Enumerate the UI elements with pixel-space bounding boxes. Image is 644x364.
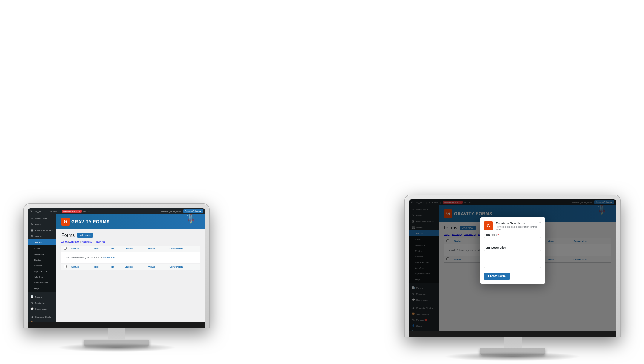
left-gf-icon: G xyxy=(64,219,67,224)
left-tf-entries: Entries xyxy=(122,264,146,270)
posts-icon: ✎ xyxy=(30,223,33,226)
left-sidebar-item-addons[interactable]: Add-Ons xyxy=(28,274,56,280)
left-tf-views: Views xyxy=(146,264,167,270)
left-site-name[interactable]: GM_PLY xyxy=(34,210,43,213)
left-sidebar-item-reusable[interactable]: ▣ Reusable Blocks xyxy=(28,227,56,233)
create-form-button[interactable]: Create Form xyxy=(484,273,510,280)
left-sidebar-item-forms[interactable]: ☰ Forms xyxy=(28,239,56,245)
left-monitor-neck xyxy=(108,328,125,340)
left-sidebar-item-posts[interactable]: ✎ Posts xyxy=(28,221,56,227)
left-sidebar-item-appearance[interactable]: 🎨 Appearance xyxy=(28,320,56,322)
left-sidebar-item-systemstatus[interactable]: System Status xyxy=(28,280,56,286)
left-sidebar-divider1 xyxy=(28,293,56,293)
create-form-modal: G Create a New Form Provide a title and … xyxy=(480,217,545,284)
right-wp-main: G GRAVITY FORMS 🚀 Forms xyxy=(439,205,616,331)
left-gf-logo-icon: G xyxy=(61,218,70,226)
left-sidebar-label-genesis: Genesis Blocks xyxy=(35,316,51,318)
modal-header: G Create a New Form Provide a title and … xyxy=(480,217,545,233)
left-monitor: ⚙ GM_PLY | 7 + New | Maintenance is Off … xyxy=(18,204,215,346)
left-howdy: Howdy, gmply_admin xyxy=(161,210,182,213)
right-shadow xyxy=(444,352,581,361)
left-sidebar-label-pages: Pages xyxy=(35,296,42,298)
left-updates[interactable]: 7 xyxy=(47,210,49,213)
left-sidebar-item-new-form[interactable]: New Form xyxy=(28,252,56,257)
appearance-icon: 🎨 xyxy=(30,321,33,322)
right-monitor-screen: ⚙ GM_PLY | 7 + New | Maintenance is Off … xyxy=(409,199,616,331)
left-filter-active[interactable]: Active (0) xyxy=(69,240,79,243)
right-monitor: ⚙ GM_PLY | 7 + New | Maintenance is Off … xyxy=(399,195,626,355)
modal-body: Form Title * Form Description xyxy=(480,233,545,284)
form-title-input[interactable] xyxy=(484,237,541,243)
left-monitor-bezel: ⚙ GM_PLY | 7 + New | Maintenance is Off … xyxy=(28,208,205,328)
left-monitor-screen: ⚙ GM_PLY | 7 + New | Maintenance is Off … xyxy=(28,208,205,322)
left-filter-trash[interactable]: Trash (0) xyxy=(95,240,105,243)
left-sidebar-item-media[interactable]: 🖼 Media xyxy=(28,233,56,239)
wp-logo[interactable]: ⚙ xyxy=(30,210,32,213)
right-wp-admin: ⚙ GM_PLY | 7 + New | Maintenance is Off … xyxy=(409,199,616,331)
left-sidebar-label-comments: Comments xyxy=(35,308,47,310)
left-th-entries: Entries xyxy=(122,246,146,252)
left-maintenance[interactable]: Maintenance is Off xyxy=(62,210,82,213)
left-sub-help: Help xyxy=(34,287,39,290)
left-content-title-row: Forms Add New xyxy=(61,233,200,238)
dashboard-icon: ⌂ xyxy=(30,217,33,220)
left-screen-options[interactable]: Screen Options ▾ xyxy=(183,209,203,213)
left-forms-table: Status Title ID Entries Views Conversion xyxy=(61,246,200,270)
left-gf-header: G GRAVITY FORMS 🚀 xyxy=(56,214,205,229)
left-add-new-button[interactable]: Add New xyxy=(77,233,93,238)
left-th-status: Status xyxy=(69,246,91,252)
left-sidebar-item-products[interactable]: 🛍 Products xyxy=(28,300,56,306)
media-icon: 🖼 xyxy=(30,235,33,238)
left-sidebar-item-entries[interactable]: Entries xyxy=(28,257,56,263)
left-sidebar-item-help[interactable]: Help xyxy=(28,286,56,291)
left-monitor-shell: ⚙ GM_PLY | 7 + New | Maintenance is Off … xyxy=(24,204,209,328)
modal-close-button[interactable]: × xyxy=(538,220,542,225)
left-select-all-bottom[interactable] xyxy=(64,265,67,268)
form-description-textarea[interactable] xyxy=(484,250,541,268)
left-sub-importexport: Import/Export xyxy=(34,270,47,273)
left-sidebar-label-dashboard: Dashboard xyxy=(35,217,47,220)
left-sidebar: ⌂ Dashboard ✎ Posts ▣ Reusable Blocks xyxy=(28,214,56,322)
left-sidebar-item-pages[interactable]: 📄 Pages xyxy=(28,294,56,300)
left-sub-systemstatus: System Status xyxy=(34,281,48,284)
left-th-id: ID xyxy=(109,246,122,252)
left-gf-logo-text: GRAVITY FORMS xyxy=(71,219,110,224)
right-monitor-bezel: ⚙ GM_PLY | 7 + New | Maintenance is Off … xyxy=(409,199,616,337)
left-th-views: Views xyxy=(146,246,167,252)
left-sidebar-item-genesis[interactable]: ◆ Genesis Blocks xyxy=(28,314,56,320)
left-filter-all[interactable]: All (0) xyxy=(61,240,68,243)
modal-title-area: Create a New Form Provide a title and a … xyxy=(496,221,541,231)
left-forms-link[interactable]: Forms xyxy=(83,210,90,213)
left-select-all[interactable] xyxy=(64,247,67,250)
required-star: * xyxy=(498,233,499,236)
modal-overlay: G Create a New Form Provide a title and … xyxy=(439,205,616,331)
left-new-btn[interactable]: + New xyxy=(50,210,57,213)
left-sidebar-item-dashboard[interactable]: ⌂ Dashboard xyxy=(28,215,56,221)
reusable-icon: ▣ xyxy=(30,229,33,232)
left-gf-logo: G GRAVITY FORMS xyxy=(61,218,110,226)
left-topbar: ⚙ GM_PLY | 7 + New | Maintenance is Off … xyxy=(28,208,205,214)
left-sidebar-item-forms-label[interactable]: Forms xyxy=(28,246,56,252)
right-monitor-neck xyxy=(504,337,522,348)
left-create-link[interactable]: create one! xyxy=(103,256,115,259)
left-sidebar-item-settings[interactable]: Settings xyxy=(28,263,56,269)
left-sidebar-label-products: Products xyxy=(35,302,45,304)
left-sidebar-label-reusable: Reusable Blocks xyxy=(35,229,53,232)
left-sidebar-item-importexport[interactable]: Import/Export xyxy=(28,269,56,274)
left-th-conversion: Conversion xyxy=(167,246,200,252)
right-monitor-shell: ⚙ GM_PLY | 7 + New | Maintenance is Off … xyxy=(405,195,620,337)
left-content-title: Forms xyxy=(61,233,75,238)
modal-title: Create a New Form xyxy=(496,221,541,225)
left-shadow xyxy=(57,343,176,352)
comments-icon: 💬 xyxy=(30,307,33,310)
genesis-icon: ◆ xyxy=(30,315,33,318)
left-wp-main: G GRAVITY FORMS 🚀 Forms xyxy=(56,214,205,322)
left-content-area: Forms Add New All (0) | Active (0) | I xyxy=(56,229,205,274)
left-filter-inactive[interactable]: Inactive (0) xyxy=(81,240,93,243)
left-topbar-right: Howdy, gmply_admin Screen Options ▾ xyxy=(161,209,203,213)
left-sidebar-label-posts: Posts xyxy=(35,223,41,226)
left-sidebar-item-comments[interactable]: 💬 Comments xyxy=(28,306,56,312)
left-wp-body: ⌂ Dashboard ✎ Posts ▣ Reusable Blocks xyxy=(28,214,205,322)
form-description-label: Form Description xyxy=(484,246,541,249)
modal-gf-logo-icon: G xyxy=(487,223,490,228)
